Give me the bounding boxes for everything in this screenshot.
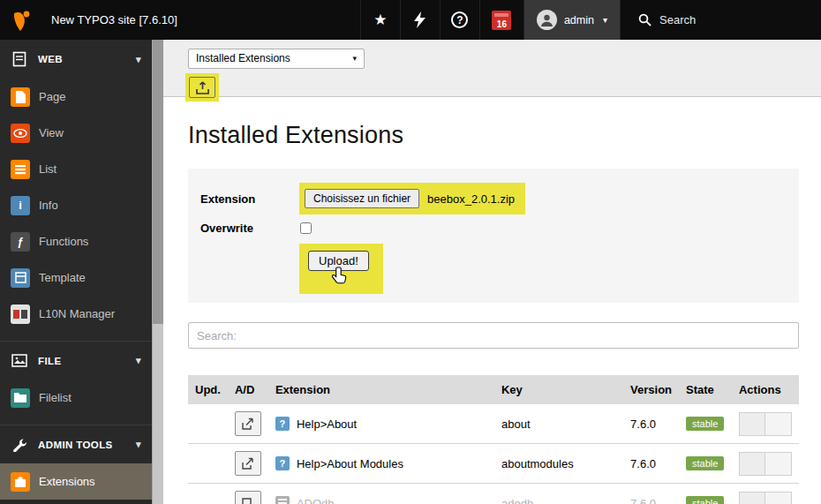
extension-name-link[interactable]: Help>About Modules xyxy=(297,457,403,470)
upload-extension-button[interactable] xyxy=(189,77,215,98)
extension-icon: ? xyxy=(275,456,290,470)
extension-version: 7.6.0 xyxy=(623,404,679,444)
actions-group xyxy=(739,412,792,436)
sidebar-item-page[interactable]: Page xyxy=(0,79,152,115)
sidebar-item-label: Info xyxy=(39,199,58,212)
col-extension: Extension xyxy=(268,375,494,404)
topbar-search[interactable]: Search xyxy=(620,0,821,40)
page-icon xyxy=(11,87,30,107)
extension-key: adodb xyxy=(494,484,623,504)
selected-file-name: beebox_2.0.1.zip xyxy=(427,192,515,206)
sidebar-item-label: View xyxy=(39,126,64,139)
extension-search-input[interactable] xyxy=(188,322,799,349)
overwrite-field-label: Overwrite xyxy=(200,222,299,235)
system-information-button[interactable]: 16 xyxy=(479,0,523,40)
web-section-icon xyxy=(11,50,28,68)
table-row: ? Help>About Modules aboutmodules 7.6.0 … xyxy=(188,444,799,484)
upd-cell xyxy=(188,484,228,504)
sidebar-item-label: L10N Manager xyxy=(39,307,115,320)
sidebar-item-extensions[interactable]: Extensions xyxy=(0,463,152,500)
action-button[interactable] xyxy=(765,492,792,504)
page-title: Installed Extensions xyxy=(188,122,799,149)
section-label: FILE xyxy=(38,356,62,366)
bolt-icon xyxy=(414,11,426,28)
info-icon: i xyxy=(11,196,30,215)
actions-group xyxy=(739,492,792,504)
extension-name-link[interactable]: Help>About xyxy=(297,417,357,431)
overwrite-checkbox[interactable] xyxy=(300,222,312,234)
chevron-down-icon: ▾ xyxy=(136,54,141,65)
sidebar-item-info[interactable]: i Info xyxy=(0,187,152,223)
section-header-admin-tools[interactable]: ADMIN TOOLS ▾ xyxy=(0,425,152,463)
filelist-icon xyxy=(11,388,30,408)
help-icon: ? xyxy=(451,11,468,28)
sidebar-item-label: Page xyxy=(39,90,65,103)
sidebar-item-filelist[interactable]: Filelist xyxy=(0,380,152,416)
file-section-icon xyxy=(11,352,28,370)
sidebar-item-list[interactable]: List xyxy=(0,151,152,187)
choose-file-button[interactable]: Choisissez un fichier xyxy=(305,189,419,208)
notification-badge: 16 xyxy=(492,11,511,30)
state-badge: stable xyxy=(686,456,724,470)
action-button[interactable] xyxy=(765,452,792,476)
actions-group xyxy=(739,452,792,476)
extension-icon: ? xyxy=(275,417,290,431)
template-icon xyxy=(11,268,30,288)
deactivate-extension-button[interactable] xyxy=(235,411,261,436)
action-button[interactable] xyxy=(739,412,765,436)
col-upd: Upd. xyxy=(188,375,228,404)
chevron-down-icon: ▾ xyxy=(136,355,141,366)
select-caret-icon: ▾ xyxy=(352,54,357,63)
extension-field-label: Extension xyxy=(200,192,299,206)
action-button[interactable] xyxy=(739,492,765,504)
extension-manager-menu-select[interactable]: Installed Extensions ▾ xyxy=(188,49,365,69)
clear-cache-button[interactable] xyxy=(400,0,440,40)
bookmark-button[interactable]: ★ xyxy=(360,0,400,40)
module-menu: WEB ▾ Page View List i Info ƒ Fun xyxy=(0,40,152,504)
section-label: WEB xyxy=(38,54,63,64)
user-menu[interactable]: admin ▾ xyxy=(523,0,620,40)
sidebar-item-l10n-manager[interactable]: L10N Manager xyxy=(0,296,152,332)
sidebar-item-functions[interactable]: ƒ Functions xyxy=(0,223,152,260)
search-icon xyxy=(638,13,652,26)
view-icon xyxy=(11,124,30,143)
action-button[interactable] xyxy=(739,452,765,476)
section-web: WEB ▾ Page View List i Info ƒ Fun xyxy=(0,40,152,332)
typo3-logo-icon xyxy=(11,9,34,32)
deactivate-extension-button[interactable] xyxy=(235,451,261,476)
sidebar-item-label: Template xyxy=(39,271,86,284)
activate-extension-button[interactable] xyxy=(235,491,261,504)
sidebar-scrollbar[interactable] xyxy=(152,40,163,504)
list-icon xyxy=(11,160,30,179)
section-header-file[interactable]: FILE ▾ xyxy=(0,341,152,380)
extension-version: 7.6.0 xyxy=(623,444,679,484)
extensions-icon xyxy=(11,472,30,492)
help-button[interactable]: ? xyxy=(440,0,479,40)
extension-version: 7.6.0 xyxy=(623,484,679,504)
upload-icon xyxy=(196,81,209,94)
sidebar-item-template[interactable]: Template xyxy=(0,260,152,296)
extension-key: about xyxy=(494,404,623,444)
state-badge: stable xyxy=(686,417,724,431)
topbar: New TYPO3 site [7.6.10] ★ ? 16 xyxy=(0,0,821,40)
extension-name-link[interactable]: ADOdb xyxy=(297,497,335,504)
annotation-highlight: Choisissez un fichier beebox_2.0.1.zip xyxy=(299,183,525,214)
sidebar-item-view[interactable]: View xyxy=(0,115,152,151)
extension-key: aboutmodules xyxy=(494,444,623,484)
select-value: Installed Extensions xyxy=(196,52,290,64)
section-header-web[interactable]: WEB ▾ xyxy=(0,40,152,79)
scrollbar-thumb[interactable] xyxy=(153,40,163,324)
badge-count: 16 xyxy=(497,19,507,29)
user-icon xyxy=(539,12,554,27)
state-badge: stable xyxy=(686,496,724,504)
search-label: Search xyxy=(659,13,696,26)
section-file: FILE ▾ Filelist xyxy=(0,341,152,416)
annotation-highlight: Upload! xyxy=(299,244,383,294)
toggle-install-icon xyxy=(241,417,254,431)
toggle-install-icon xyxy=(241,457,254,470)
sidebar-item-label: Filelist xyxy=(39,391,72,404)
upd-cell xyxy=(188,404,228,444)
typo3-logo[interactable] xyxy=(0,0,44,40)
extensions-table: Upd. A/D Extension Key Version State Act… xyxy=(188,375,799,504)
action-button[interactable] xyxy=(765,412,792,436)
